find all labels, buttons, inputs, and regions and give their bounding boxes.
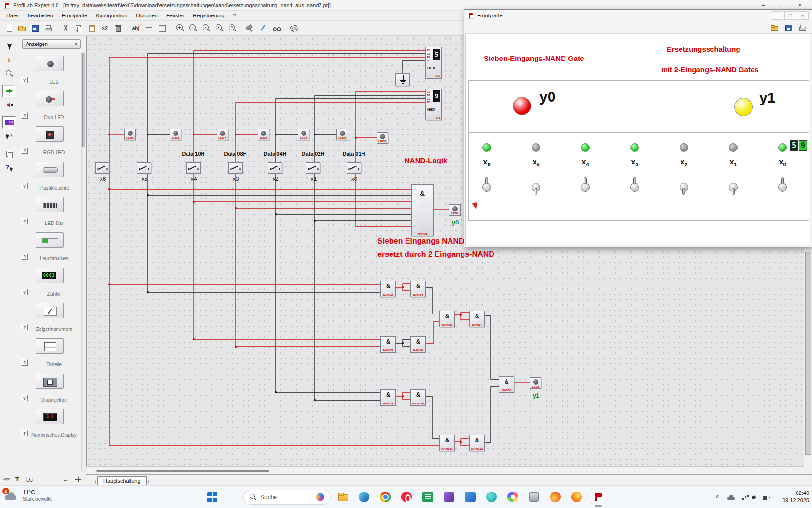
palette-item-numdisp[interactable]: ?Numerisches Display: [18, 405, 81, 440]
led-component-LED8[interactable]: LED8: [170, 129, 181, 140]
toolbar-settings-button[interactable]: [288, 22, 300, 34]
fp-toggle-x2[interactable]: [678, 177, 690, 194]
palette-item-duoled[interactable]: ?Duo-LED: [18, 87, 81, 122]
annotation-text[interactable]: Sieben Eingangs NAND: [377, 237, 464, 246]
switch-x5[interactable]: x5: [137, 162, 151, 174]
fp-maximize-button[interactable]: □: [784, 11, 796, 20]
taskbar-app-paint[interactable]: [506, 490, 520, 504]
fp-open-button[interactable]: [768, 22, 781, 33]
canvas-horizontal-scrollbar[interactable]: [86, 466, 804, 474]
palette-item-rgbled[interactable]: ?RGB-LED: [18, 122, 81, 158]
menu-item-konfiguration[interactable]: Konfiguration: [92, 11, 132, 20]
toolbar-save-button[interactable]: [29, 22, 41, 34]
gate-NAND10[interactable]: &NAND10: [410, 389, 426, 406]
switch-x0[interactable]: x0: [347, 162, 361, 174]
onedrive-icon[interactable]: [727, 493, 736, 502]
palette-item-zaehler[interactable]: ?Zähler: [18, 264, 81, 299]
toolbar-new-button[interactable]: [2, 22, 15, 34]
palette-item-led[interactable]: ?LED: [18, 52, 81, 87]
component-help-button[interactable]: ?: [21, 324, 28, 330]
menu-item-datei[interactable]: Datei: [2, 11, 23, 20]
palette-scrollbar[interactable]: [81, 52, 86, 472]
taskbar-app-explorer[interactable]: [335, 490, 350, 504]
led-component-LED9[interactable]: LED9: [124, 129, 136, 140]
taskbar-app-gray-app[interactable]: [527, 490, 541, 504]
toolbar-cut-button[interactable]: [59, 22, 72, 34]
menu-item-[interactable]: ?: [229, 11, 241, 20]
component-help-button[interactable]: ?: [21, 254, 28, 260]
toolbar-zoom-in-button[interactable]: [174, 22, 186, 34]
toolbar-paste-button[interactable]: [86, 22, 98, 34]
fp-toggle-x6[interactable]: [481, 177, 493, 194]
fp-toggle-x1[interactable]: [727, 177, 739, 194]
component-help-button[interactable]: ?: [21, 359, 28, 366]
taskbar-app-opera[interactable]: [399, 490, 414, 504]
switch-x1[interactable]: x1: [306, 162, 320, 174]
annotation-text[interactable]: NAND-Logik: [405, 156, 447, 164]
toolbar-zoom-fit-button[interactable]: [200, 22, 212, 34]
fp-toggle-x4[interactable]: [580, 177, 591, 194]
toolbar-wire-button[interactable]: [257, 22, 269, 34]
center-view-button[interactable]: [73, 475, 82, 484]
palette-scrollbar-thumb[interactable]: [82, 53, 85, 147]
gate-NAND3[interactable]: &NAND3: [380, 336, 396, 353]
menu-item-fenster[interactable]: Fenster: [162, 11, 188, 20]
close-button[interactable]: ×: [791, 0, 809, 10]
component-help-button[interactable]: ?: [21, 395, 28, 401]
gate-NAND4[interactable]: &NAND4: [410, 281, 426, 297]
palette-item-ledbar[interactable]: ?LED-Bar: [18, 193, 81, 228]
tab-hauptschaltung[interactable]: Hauptschaltung: [97, 476, 146, 485]
toolbar-lines-button[interactable]: [143, 22, 155, 34]
gate-NAND2[interactable]: &NAND2: [380, 281, 396, 297]
volume-icon[interactable]: [751, 493, 760, 502]
tool-help-button[interactable]: [2, 162, 16, 174]
toolbar-delete-button[interactable]: [112, 22, 124, 34]
palette-item-plastik[interactable]: ?Plastikleuchte: [18, 158, 81, 193]
taskbar-app-profilab[interactable]: [591, 490, 605, 504]
hex-display-HD2[interactable]: E0E1E2E35HEXHD2: [425, 47, 442, 79]
gate-NAND8[interactable]: &NAND8: [499, 376, 514, 393]
component-help-button[interactable]: ?: [21, 112, 28, 119]
menu-item-registrierung[interactable]: Registrierung: [188, 11, 229, 20]
taskbar-app-blue-app[interactable]: [463, 490, 478, 504]
component-help-button[interactable]: ?: [21, 289, 28, 295]
tool-probe-button[interactable]: [2, 130, 16, 143]
taskbar-app-edge-blue[interactable]: [357, 490, 371, 504]
fp-print-button[interactable]: [796, 22, 809, 33]
gate-NAND11[interactable]: &NAND11: [439, 435, 455, 451]
component-help-button[interactable]: ?: [21, 148, 28, 154]
fp-minimize-button[interactable]: –: [772, 11, 783, 20]
fp-save-button[interactable]: [782, 22, 795, 33]
toolbar-x2-button[interactable]: ×2: [99, 22, 111, 34]
taskbar-search[interactable]: Suche: [243, 490, 331, 505]
component-help-button[interactable]: ?: [21, 77, 28, 83]
led-component-LED5[interactable]: LED5: [258, 129, 269, 140]
led-component-LED1[interactable]: LED1y0: [449, 204, 461, 216]
component-help-button[interactable]: ?: [21, 430, 28, 436]
taskbar-app-flame[interactable]: [548, 490, 563, 504]
taskbar-app-purple-app[interactable]: [442, 490, 456, 504]
fp-close-button[interactable]: ×: [797, 11, 809, 20]
toolbar-link-button[interactable]: [270, 22, 282, 34]
taskbar-app-firefox[interactable]: [569, 490, 584, 504]
tool-simulate-button[interactable]: [2, 116, 16, 129]
fp-toggle-x3[interactable]: [629, 177, 640, 194]
toolbar-zoom-help-button[interactable]: [226, 22, 238, 34]
start-button[interactable]: [207, 492, 218, 502]
switch-x6[interactable]: x6: [95, 162, 110, 174]
toolbar-zoom-sel-button[interactable]: [213, 22, 225, 34]
tool-stop-button[interactable]: [2, 99, 16, 111]
component-help-button[interactable]: ?: [21, 218, 28, 224]
switch-x3[interactable]: x3: [228, 162, 243, 174]
network-icon[interactable]: [741, 493, 750, 502]
led-component-LED4[interactable]: LED4: [298, 129, 309, 140]
palette-item-tabelle[interactable]: ?Tabelle: [18, 334, 81, 370]
toolbar-open-button[interactable]: [15, 22, 28, 34]
find-component-button[interactable]: [25, 475, 34, 484]
toolbar-zoom-out-button[interactable]: [187, 22, 199, 34]
palette-item-dia[interactable]: ?Diaprojektor: [18, 370, 81, 405]
taskbar-app-chrome[interactable]: [378, 490, 392, 504]
palette-category-dropdown[interactable]: Anzeigen: [22, 39, 81, 49]
battery-icon[interactable]: [762, 493, 771, 502]
gate-NAND7[interactable]: &NAND7: [469, 311, 485, 327]
